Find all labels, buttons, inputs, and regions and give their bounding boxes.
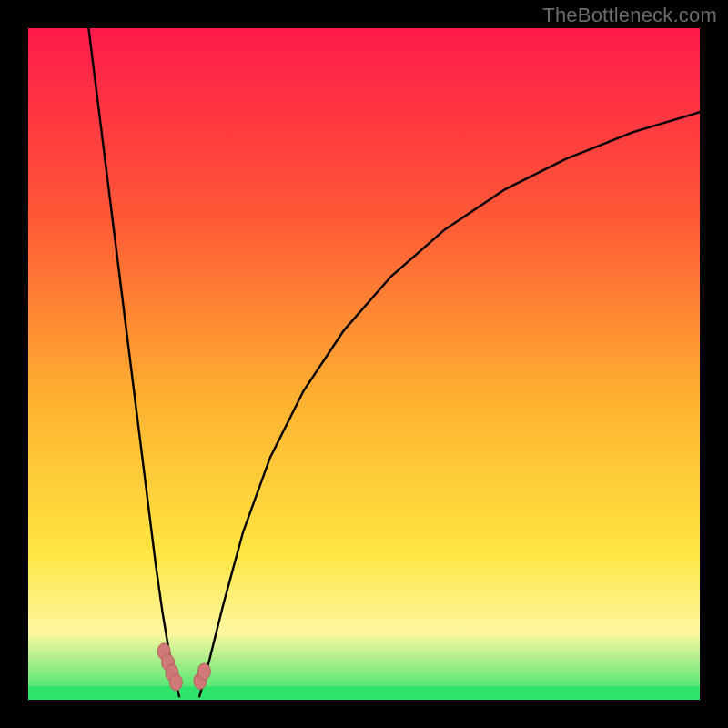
floor-green-band — [28, 686, 700, 700]
data-marker — [197, 663, 210, 680]
data-marker — [169, 674, 182, 691]
watermark-text: TheBottleneck.com — [542, 4, 717, 27]
gradient-background — [28, 28, 700, 700]
bottleneck-chart — [28, 28, 700, 700]
chart-frame: TheBottleneck.com — [0, 0, 728, 728]
